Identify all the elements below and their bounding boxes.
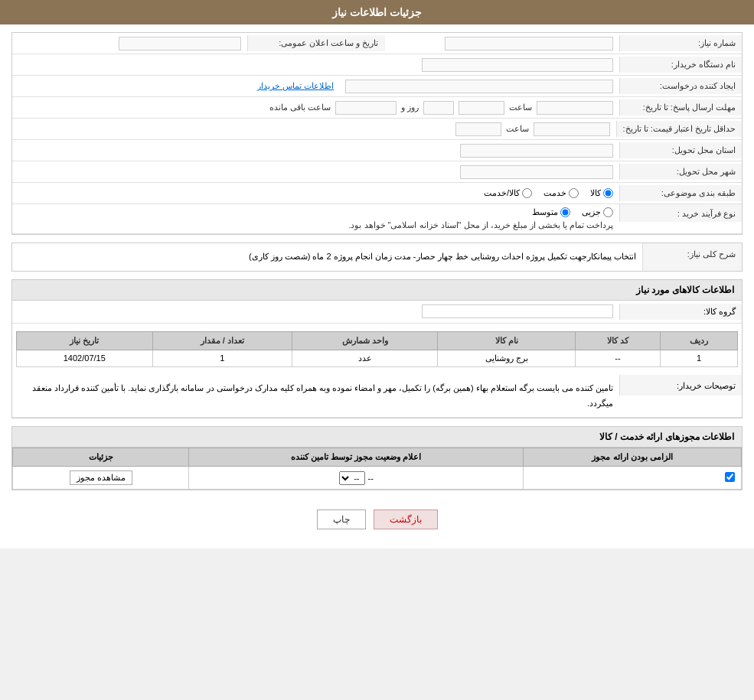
col-name: نام کالا [438, 331, 576, 350]
description-section: شرح کلی نیاز: انتخاب پیمانکارجهت تکمیل پ… [11, 243, 743, 272]
need-info-section: شماره نیاز: 1102005265000015 تاریخ و ساع… [11, 32, 743, 235]
buyer-notes-label: توصیحات خریدار: [619, 375, 742, 396]
process-medium-option[interactable]: متوسط [532, 207, 570, 217]
lic-col-status: اعلام وضعیت مجوز توسط تامین کننده [189, 448, 524, 467]
list-item: -- -- مشاهده مجوز [13, 467, 742, 490]
print-button[interactable]: چاپ [317, 510, 366, 529]
row-creator: ایجاد کننده درخواست: سیدهادی یافری کاربر… [12, 76, 742, 97]
goods-group-row: گروه کالا: لامپ و تجهیزات روشنایی [12, 301, 742, 324]
category-label: طبقه بندی موضوعی: [619, 185, 742, 201]
cell-quantity: 1 [152, 350, 292, 366]
cell-rownum: 1 [661, 350, 738, 366]
row-province: استان محل تحویل: البرز [12, 140, 742, 161]
status-select[interactable]: -- [339, 471, 365, 485]
price-valid-value: 1402/08/09 ساعت 14:30 [12, 119, 616, 139]
category-both-label: کالا/خدمت [484, 188, 520, 198]
province-label: استان محل تحویل: [619, 142, 742, 158]
status-text: -- [368, 474, 374, 483]
category-service-radio[interactable] [569, 188, 579, 198]
col-code: کد کالا [576, 331, 661, 350]
required-checkbox[interactable] [725, 472, 735, 482]
page-wrapper: جزئیات اطلاعات نیاز شماره نیاز: 11020052… [0, 0, 754, 549]
goods-section: اطلاعات کالاهای مورد نیاز گروه کالا: لام… [11, 279, 743, 419]
desc-text: انتخاب پیمانکارجهت تکمیل پروژه احداث روش… [243, 243, 642, 271]
row-deadline: مهلت ارسال پاسخ: تا تاریخ: 1402/07/13 سا… [12, 97, 742, 119]
process-medium-radio[interactable] [560, 207, 570, 217]
need-number-input[interactable]: 1102005265000015 [445, 37, 613, 50]
lic-col-required: الزامی بودن ارائه مجوز [524, 448, 742, 467]
page-title: جزئیات اطلاعات نیاز [332, 6, 422, 18]
deadline-days-input[interactable]: 4 [423, 101, 454, 115]
goods-header: اطلاعات کالاهای مورد نیاز [12, 280, 742, 301]
city-value: کرج [12, 162, 619, 182]
process-description: پرداخت تمام یا بخشی از مبلغ خرید، از محل… [18, 220, 613, 230]
row-city: شهر محل تحویل: کرج [12, 161, 742, 183]
lic-col-details: جزئیات [13, 448, 189, 467]
deadline-time-input[interactable]: 14:30 [459, 101, 504, 115]
province-value: البرز [12, 141, 619, 161]
category-service-option[interactable]: خدمت [543, 188, 579, 198]
deadline-days-unit: روز و [401, 103, 419, 112]
price-valid-date-input[interactable]: 1402/08/09 [534, 122, 610, 136]
price-valid-time-label: ساعت [506, 124, 529, 134]
button-row: بازگشت چاپ [11, 498, 743, 541]
process-detail-label: جزیی [582, 207, 601, 217]
cell-date: 1402/07/15 [17, 350, 153, 366]
need-number-label: شماره نیاز: [619, 35, 742, 51]
license-header-row: الزامی بودن ارائه مجوز اعلام وضعیت مجوز … [13, 448, 742, 467]
col-date: تاریخ نیاز [17, 331, 153, 350]
process-label: نوع فرآیند خرید : [619, 204, 742, 222]
cell-unit: عدد [292, 350, 438, 366]
deadline-remain-input[interactable]: 01:30:26 [335, 101, 397, 115]
back-button[interactable]: بازگشت [374, 510, 438, 529]
page-header: جزئیات اطلاعات نیاز [0, 0, 754, 24]
creator-label: ایجاد کننده درخواست: [619, 78, 742, 94]
city-label: شهر محل تحویل: [619, 164, 742, 180]
category-goods-label: کالا [590, 188, 601, 198]
goods-table: ردیف کد کالا نام کالا واحد شمارش تعداد /… [16, 331, 738, 367]
date-value: 1402/07/09 - 12:36 [12, 34, 247, 54]
row-category: طبقه بندی موضوعی: کالا خدمت کالا/خدمت [12, 183, 742, 204]
creator-value: سیدهادی یافری کاربرداز شهرداری کرج اطلاع… [12, 77, 619, 96]
category-both-option[interactable]: کالا/خدمت [484, 188, 532, 198]
goods-table-header-row: ردیف کد کالا نام کالا واحد شمارش تعداد /… [17, 331, 738, 350]
buyer-name-input[interactable]: شهرداری کرج [422, 58, 613, 72]
table-row: 1 -- برج روشنایی عدد 1 1402/07/15 [17, 350, 738, 366]
category-goods-radio[interactable] [603, 188, 613, 198]
city-input[interactable]: کرج [460, 165, 613, 179]
process-detail-radio[interactable] [603, 207, 613, 217]
need-number-value: 1102005265000015 [385, 34, 620, 54]
deadline-date-input[interactable]: 1402/07/13 [537, 101, 613, 115]
deadline-remain-unit: ساعت باقی مانده [269, 103, 331, 112]
creator-input[interactable]: سیدهادی یافری کاربرداز شهرداری کرج [345, 80, 613, 93]
price-valid-label: حداقل تاریخ اعتبار قیمت: تا تاریخ: [616, 121, 742, 137]
goods-group-input[interactable]: لامپ و تجهیزات روشنایی [422, 304, 613, 318]
province-input[interactable]: البرز [460, 144, 613, 158]
price-valid-time-input[interactable]: 14:30 [455, 122, 501, 136]
date-input[interactable]: 1402/07/09 - 12:36 [119, 37, 241, 50]
row-need-number: شماره نیاز: 1102005265000015 تاریخ و ساع… [12, 33, 742, 54]
goods-table-container: ردیف کد کالا نام کالا واحد شمارش تعداد /… [12, 324, 742, 375]
buyer-name-label: نام دستگاه خریدار: [619, 57, 742, 73]
license-header: اطلاعات مجوزهای ارائه خدمت / کالا [12, 427, 742, 448]
goods-group-label: گروه کالا: [619, 304, 742, 320]
lic-details-cell: مشاهده مجوز [13, 467, 189, 490]
desc-label: شرح کلی نیاز: [642, 243, 742, 271]
buyer-name-value: شهرداری کرج [12, 55, 619, 75]
category-goods-option[interactable]: کالا [590, 188, 613, 198]
cell-code: -- [576, 350, 661, 366]
main-content: شماره نیاز: 1102005265000015 تاریخ و ساع… [0, 24, 754, 549]
deadline-time-label: ساعت [509, 103, 532, 112]
col-unit: واحد شمارش [292, 331, 438, 350]
col-rownum: ردیف [661, 331, 738, 350]
view-license-button[interactable]: مشاهده مجوز [70, 470, 132, 485]
process-content: جزیی متوسط پرداخت تمام یا بخشی از مبلغ خ… [12, 204, 619, 233]
category-both-radio[interactable] [522, 188, 532, 198]
row-buyer-name: نام دستگاه خریدار: شهرداری کرج [12, 54, 742, 76]
cell-name: برج روشنایی [438, 350, 576, 366]
buyer-notes-text: تامین کننده می بایست برگه استعلام بهاء (… [12, 375, 619, 418]
row-price-valid: حداقل تاریخ اعتبار قیمت: تا تاریخ: 1402/… [12, 119, 742, 140]
buyer-notes-row: توصیحات خریدار: تامین کننده می بایست برگ… [12, 375, 742, 418]
contact-link[interactable]: اطلاعات تماس خریدار [257, 81, 334, 91]
process-detail-option[interactable]: جزیی [582, 207, 613, 217]
